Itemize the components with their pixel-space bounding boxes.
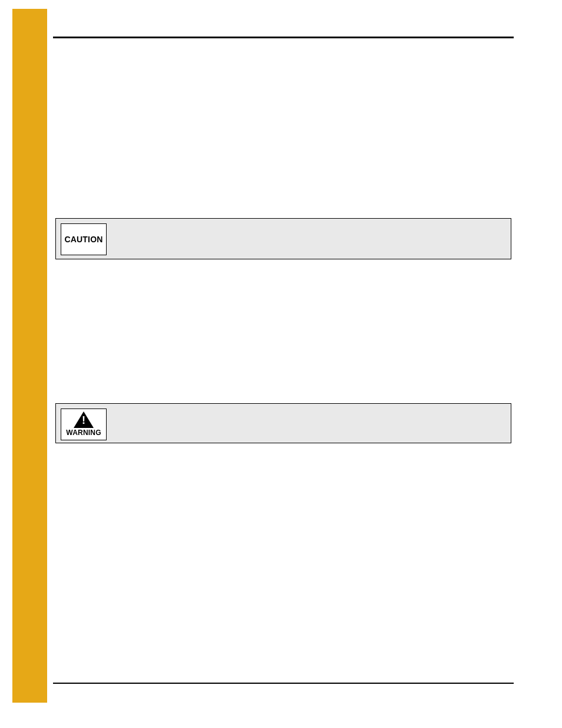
caution-label-box: CAUTION [61, 223, 107, 255]
caution-callout: CAUTION [55, 218, 511, 259]
warning-label-text: WARNING [66, 429, 101, 437]
header-rule [53, 37, 514, 38]
caution-label-text: CAUTION [64, 235, 103, 244]
warning-callout: ! WARNING [55, 403, 511, 443]
warning-triangle-icon: ! [74, 411, 94, 428]
footer-rule [53, 683, 514, 684]
sidebar-accent-bar [12, 9, 47, 703]
warning-label-box: ! WARNING [61, 409, 107, 440]
warning-exclamation: ! [82, 415, 85, 426]
